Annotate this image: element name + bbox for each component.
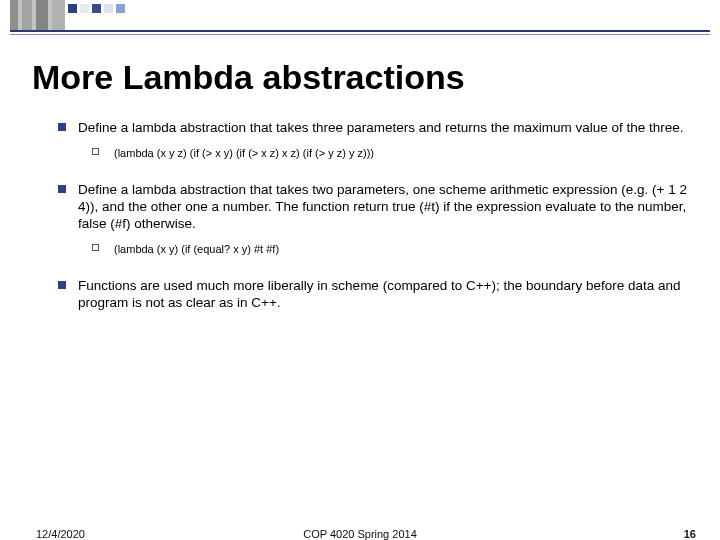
footer-page-number: 16 xyxy=(684,528,696,540)
bullet-text: Functions are used much more liberally i… xyxy=(78,278,681,310)
header-rule-thin xyxy=(10,34,710,35)
bullet-item: Define a lambda abstraction that takes t… xyxy=(58,119,690,161)
hollow-square-bullet-icon xyxy=(92,244,99,251)
slide-header xyxy=(0,0,720,38)
square-bullet-icon xyxy=(58,185,66,193)
square-bullet-icon xyxy=(58,281,66,289)
square-bullet-icon xyxy=(58,123,66,131)
header-rule xyxy=(10,30,710,32)
bullet-text: Define a lambda abstraction that takes t… xyxy=(78,120,684,135)
header-squares xyxy=(68,4,125,13)
footer-course: COP 4020 Spring 2014 xyxy=(0,528,720,540)
slide-body: Define a lambda abstraction that takes t… xyxy=(58,119,690,311)
sub-text: (lambda (x y z) (if (> x y) (if (> x z) … xyxy=(114,147,374,159)
sub-text: (lambda (x y) (if (equal? x y) #t #f) xyxy=(114,243,279,255)
bullet-text: Define a lambda abstraction that takes t… xyxy=(78,182,687,232)
header-photo xyxy=(10,0,65,30)
sub-item: (lambda (x y) (if (equal? x y) #t #f) xyxy=(92,242,690,256)
sub-item: (lambda (x y z) (if (> x y) (if (> x z) … xyxy=(92,146,690,160)
hollow-square-bullet-icon xyxy=(92,148,99,155)
bullet-item: Define a lambda abstraction that takes t… xyxy=(58,181,690,257)
slide-title: More Lambda abstractions xyxy=(32,58,720,97)
bullet-item: Functions are used much more liberally i… xyxy=(58,277,690,312)
